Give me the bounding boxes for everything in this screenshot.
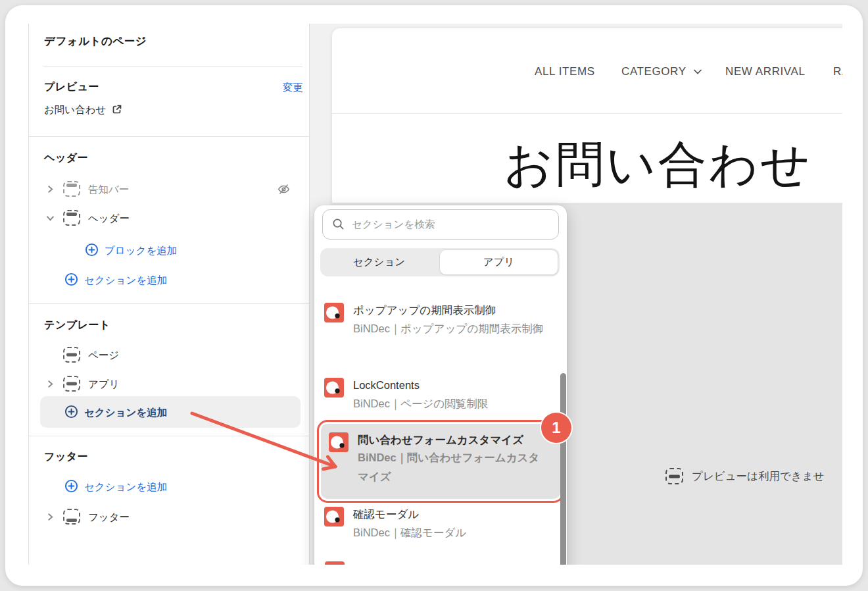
chevron-right-icon[interactable] — [46, 512, 55, 521]
preview-unavailable-text: プレビューは利用できませ — [692, 469, 824, 484]
external-link-icon[interactable] — [112, 104, 122, 117]
nav-ranking-cut[interactable]: RA — [833, 65, 842, 78]
app-item-text: LockContents BiNDec｜ページの閲覧制限 — [353, 378, 547, 413]
preview-page-row[interactable]: お問い合わせ — [44, 103, 122, 117]
section-icon — [63, 509, 80, 525]
sidebar-item-label: アプリ — [88, 377, 120, 392]
sidebar-item-page[interactable]: ページ — [29, 346, 309, 365]
editor-window-card: デフォルトのページ プレビュー 変更 お問い合わせ ヘッダー 告知バー ヘッダー — [5, 5, 863, 586]
section-icon — [665, 468, 683, 484]
divider — [29, 303, 309, 304]
section-picker-popup: セクション アプリ Klaviyo: Email Marketing & SMS… — [314, 205, 567, 565]
add-block-button[interactable]: ブロックを追加 — [85, 243, 177, 259]
bindec-app-icon — [324, 507, 344, 527]
app-item-lockcontents[interactable]: LockContents BiNDec｜ページの閲覧制限 — [324, 378, 547, 413]
plus-circle-icon — [64, 272, 78, 289]
sidebar-item-label: フッター — [88, 510, 130, 525]
theme-editor: デフォルトのページ プレビュー 変更 お問い合わせ ヘッダー 告知バー ヘッダー — [28, 24, 842, 565]
store-nav: ALL ITEMS CATEGORY NEW ARRIVAL RA — [332, 65, 842, 82]
app-item-confirm-modal[interactable]: 確認モーダル BiNDec｜確認モーダル — [324, 507, 547, 542]
page-title: デフォルトのページ — [44, 34, 147, 49]
bindec-app-icon — [324, 303, 344, 322]
chevron-down-icon[interactable] — [46, 213, 55, 222]
preview-section-label: プレビュー — [44, 80, 99, 94]
add-section-label: セクションを追加 — [84, 274, 167, 288]
sidebar-item-header[interactable]: ヘッダー — [29, 209, 309, 228]
app-item-title: ポップアップの期間表示制御 — [353, 303, 547, 317]
divider — [29, 136, 309, 137]
bindec-app-icon-partial — [325, 561, 345, 565]
header-group-title: ヘッダー — [44, 151, 88, 165]
eye-off-icon[interactable] — [277, 182, 291, 199]
scrollbar-thumb[interactable] — [560, 373, 566, 565]
app-item-title: 問い合わせフォームカスタマイズ — [358, 432, 548, 447]
sidebar-item-label: ヘッダー — [88, 211, 130, 226]
app-item-subtitle: BiNDec｜問い合わせフォームカスタマイズ — [358, 448, 548, 486]
sidebar-item-label: ページ — [88, 348, 119, 363]
app-item-contact-form[interactable]: 問い合わせフォームカスタマイズ BiNDec｜問い合わせフォームカスタマイズ — [321, 424, 560, 499]
app-item-contact-form-highlight[interactable]: 問い合わせフォームカスタマイズ BiNDec｜問い合わせフォームカスタマイズ — [317, 420, 564, 503]
nav-divider — [332, 113, 842, 114]
add-section-active-row: セクションを追加 — [64, 405, 167, 421]
step-badge: 1 — [541, 413, 571, 443]
plus-circle-icon — [85, 243, 99, 259]
tab-apps[interactable]: アプリ — [439, 249, 558, 275]
app-item-title: 確認モーダル — [353, 507, 547, 521]
sidebar-item-label: 告知バー — [88, 182, 129, 197]
add-block-label: ブロックを追加 — [105, 244, 177, 258]
divider — [29, 436, 309, 436]
section-icon — [63, 210, 80, 226]
bindec-app-icon — [324, 378, 344, 398]
section-icon — [63, 376, 80, 392]
app-item-text: 問い合わせフォームカスタマイズ BiNDec｜問い合わせフォームカスタマイズ — [358, 432, 548, 486]
plus-circle-icon — [64, 405, 78, 421]
search-icon — [332, 218, 345, 233]
section-icon — [63, 181, 80, 197]
plus-circle-icon — [64, 479, 78, 496]
nav-new-arrival[interactable]: NEW ARRIVAL — [725, 65, 806, 78]
bindec-app-icon — [329, 432, 349, 452]
nav-all-items[interactable]: ALL ITEMS — [535, 65, 595, 78]
sidebar-item-footer[interactable]: フッター — [29, 508, 309, 527]
search-input[interactable] — [322, 209, 559, 240]
app-item-title: LockContents — [353, 378, 547, 392]
chevron-down-icon — [693, 68, 702, 75]
picker-tabs: セクション アプリ — [320, 248, 560, 276]
add-section-button-template-active[interactable]: セクションを追加 — [40, 396, 301, 428]
section-icon — [63, 347, 80, 363]
app-item-subtitle: BiNDec｜ページの閲覧制限 — [353, 394, 547, 413]
sidebar-item-apps[interactable]: アプリ — [29, 375, 309, 394]
app-item-text: 確認モーダル BiNDec｜確認モーダル — [353, 507, 547, 542]
app-item-subtitle: BiNDec｜ポップアップの期間表示制御 — [353, 319, 547, 338]
chevron-right-icon[interactable] — [46, 379, 55, 388]
sidebar: デフォルトのページ プレビュー 変更 お問い合わせ ヘッダー 告知バー ヘッダー — [28, 24, 310, 565]
add-section-button-footer[interactable]: セクションを追加 — [64, 479, 167, 496]
divider — [43, 66, 302, 67]
nav-category-label: CATEGORY — [621, 65, 687, 78]
footer-group-title: フッター — [44, 450, 88, 464]
app-item-subtitle: BiNDec｜確認モーダル — [353, 523, 547, 542]
add-section-label: セクションを追加 — [84, 480, 167, 494]
template-group-title: テンプレート — [44, 319, 110, 332]
tab-sections[interactable]: セクション — [320, 248, 438, 276]
preview-page-name: お問い合わせ — [44, 103, 106, 117]
add-section-button-header[interactable]: セクションを追加 — [64, 272, 167, 289]
store-page-title: お問い合わせ — [504, 132, 812, 198]
preview-unavailable-row: プレビューは利用できませ — [665, 468, 824, 484]
search-field-wrap — [322, 209, 559, 240]
nav-category[interactable]: CATEGORY — [621, 65, 702, 78]
app-item-popup-schedule[interactable]: ポップアップの期間表示制御 BiNDec｜ポップアップの期間表示制御 — [324, 303, 547, 338]
sidebar-item-announcement-bar[interactable]: 告知バー — [29, 180, 309, 199]
add-section-label: セクションを追加 — [84, 406, 167, 420]
app-item-text: ポップアップの期間表示制御 BiNDec｜ポップアップの期間表示制御 — [353, 303, 547, 338]
chevron-right-icon[interactable] — [46, 184, 55, 193]
change-preview-button[interactable]: 変更 — [283, 81, 303, 95]
